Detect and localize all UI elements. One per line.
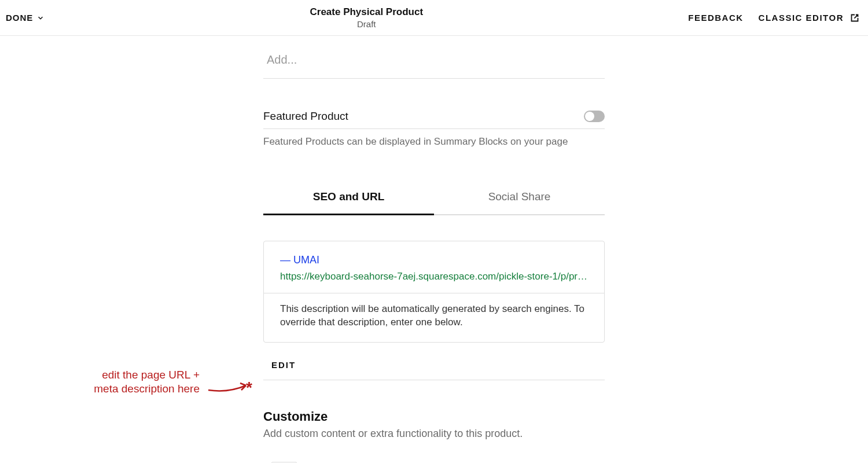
header-center: Create Physical Product Draft	[45, 6, 688, 29]
annotation-line1: edit the page URL +	[102, 369, 200, 381]
tags-input[interactable]: Add...	[263, 47, 605, 79]
tab-seo-url[interactable]: SEO and URL	[263, 182, 434, 215]
featured-product-row: Featured Product	[263, 110, 605, 129]
chevron-down-icon	[36, 14, 45, 22]
featured-label: Featured Product	[263, 110, 348, 123]
page-status: Draft	[45, 19, 688, 29]
seo-edit-row: EDIT	[263, 360, 605, 380]
content-column: Add... Featured Product Featured Product…	[263, 47, 605, 463]
annotation-line2: meta description here	[94, 383, 200, 395]
seo-social-tabs: SEO and URL Social Share	[263, 182, 605, 215]
annotation-asterisk-icon: *	[246, 379, 252, 397]
customize-heading: Customize	[263, 409, 605, 424]
edit-button[interactable]: EDIT	[271, 360, 296, 370]
annotation-text: edit the page URL + meta description her…	[84, 368, 200, 396]
done-label: DONE	[6, 13, 33, 23]
feedback-link[interactable]: FEEDBACK	[688, 13, 743, 23]
classic-editor-link[interactable]: CLASSIC EDITOR	[759, 12, 861, 24]
customize-subheading: Add custom content or extra functionalit…	[263, 428, 605, 440]
toggle-knob	[585, 112, 594, 121]
page-title: Create Physical Product	[45, 6, 688, 18]
seo-preview-title: — UMAI	[280, 254, 588, 266]
divider	[264, 293, 604, 293]
editor-header: DONE Create Physical Product Draft FEEDB…	[0, 0, 868, 36]
seo-preview-url: https://keyboard-seahorse-7aej.squarespa…	[280, 271, 588, 282]
done-button[interactable]: DONE	[6, 13, 45, 23]
classic-editor-label: CLASSIC EDITOR	[759, 13, 844, 23]
featured-toggle[interactable]	[584, 111, 605, 122]
featured-description: Featured Products can be displayed in Su…	[263, 136, 605, 148]
header-right: FEEDBACK CLASSIC EDITOR	[688, 12, 861, 24]
seo-preview-description: This description will be automatically g…	[280, 303, 588, 329]
seo-preview-card: — UMAI https://keyboard-seahorse-7aej.sq…	[263, 241, 605, 343]
annotation-arrow-icon	[205, 379, 252, 396]
tab-social-share[interactable]: Social Share	[434, 182, 605, 215]
external-link-icon	[848, 12, 861, 24]
subscription-row[interactable]: Subscription Charge customers on a recur…	[263, 457, 605, 463]
